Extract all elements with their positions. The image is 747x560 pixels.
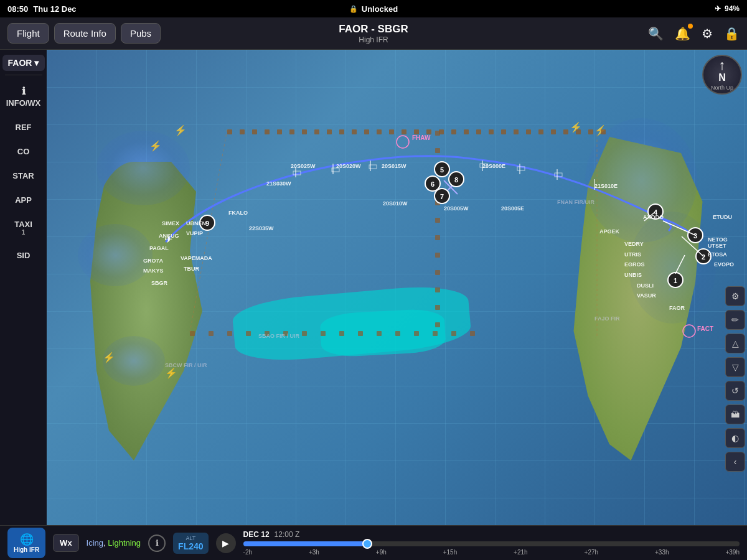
sidebar-item-infowx[interactable]: ℹ INFO/WX: [2, 79, 45, 114]
sidebar-item-taxi[interactable]: TAXI 1: [2, 213, 45, 242]
wx-button[interactable]: Wx: [53, 534, 79, 552]
compass-arrow: ↑: [719, 58, 726, 72]
nav-center: FAOR - SBGR High IFR: [339, 23, 408, 44]
settings-tool[interactable]: ⚙: [725, 286, 745, 306]
timeline-marker-2: +9h: [376, 549, 387, 556]
timeline-area: DEC 12 12:00 Z -2h +3h +9h +15h +21h +27…: [243, 530, 740, 556]
alt-label: ALT: [178, 535, 203, 541]
settings-icon[interactable]: ⚙: [702, 26, 713, 41]
airport-selector[interactable]: FAOR ▾: [2, 55, 45, 71]
info-icon: ℹ: [5, 85, 42, 97]
battery-level: 94%: [725, 4, 740, 13]
alert-icon[interactable]: 🔔: [675, 26, 690, 41]
ref-label: REF: [5, 123, 42, 132]
map-area[interactable]: ⚡ ⚡ ⚡ ⚡ ⚡ ⚡: [47, 50, 747, 525]
alt-value: FL240: [178, 541, 203, 551]
star-label: STAR: [5, 171, 42, 180]
lock-status: Unlocked: [362, 4, 398, 14]
globe-icon: 🌐: [20, 533, 34, 546]
search-icon[interactable]: 🔍: [648, 26, 664, 41]
timeline-marker-7: +39h: [725, 549, 740, 556]
flight-button[interactable]: Flight: [7, 23, 49, 44]
taxi-number: 1: [5, 229, 42, 236]
route-info-button[interactable]: Route Info: [54, 23, 116, 44]
rotate-tool[interactable]: ↺: [725, 381, 745, 401]
sidebar-item-co[interactable]: CO: [2, 141, 45, 162]
nav-bar: Flight Route Info Pubs FAOR - SBGR High …: [0, 17, 747, 50]
lightning-1: ⚡: [149, 140, 162, 152]
notification-dot: [688, 24, 693, 29]
right-tools: ⚙ ✏ △ ▽ ↺ 🏔 ◐ ‹: [723, 286, 747, 472]
taxi-label: TAXI: [5, 220, 42, 229]
terrain-tool[interactable]: 🏔: [725, 404, 745, 424]
triangle-up-tool[interactable]: △: [725, 334, 745, 353]
sidebar: FAOR ▾ ℹ INFO/WX REF CO STAR APP TAXI 1 …: [0, 50, 47, 525]
timeline-marker-4: +21h: [514, 549, 528, 556]
lock-nav-icon[interactable]: 🔒: [724, 26, 740, 41]
dropdown-icon: ▾: [34, 58, 39, 68]
altitude-box: ALT FL240: [173, 533, 208, 554]
lightning-text: Lightning: [108, 538, 141, 548]
timeline-thumb[interactable]: [362, 539, 372, 549]
sid-label: SID: [5, 251, 42, 260]
compass-label: North Up: [711, 85, 733, 91]
flight-level: High IFR: [339, 35, 408, 44]
status-time: 08:50: [7, 4, 28, 14]
compass[interactable]: ↑ N North Up: [702, 55, 742, 95]
wx-weather-text: Icing, Lightning: [87, 538, 141, 548]
timeline-date: DEC 12: [243, 530, 270, 539]
triangle-down-tool[interactable]: ▽: [725, 357, 745, 377]
timeline-marker-0: -2h: [243, 549, 252, 556]
weather-patch-2: [78, 224, 153, 286]
airplane-icon: ✈: [715, 4, 721, 13]
collapse-tool[interactable]: ‹: [725, 452, 745, 472]
sidebar-divider-1: [5, 75, 42, 75]
high-ifr-button[interactable]: 🌐 High IFR: [7, 528, 45, 558]
status-day: Thu 12 Dec: [33, 4, 76, 14]
timeline-marker-1: +3h: [309, 549, 319, 556]
lightning-4: ⚡: [165, 367, 177, 379]
timeline-time: 12:00 Z: [275, 530, 300, 539]
timeline-marker-5: +27h: [585, 549, 599, 556]
co-label: CO: [5, 147, 42, 156]
sidebar-item-app[interactable]: APP: [2, 189, 45, 211]
semicircle-tool[interactable]: ◐: [725, 428, 745, 448]
info-button[interactable]: ℹ: [148, 534, 166, 552]
play-button[interactable]: ▶: [216, 533, 236, 553]
lock-icon: 🔒: [349, 5, 358, 13]
lightning-3: ⚡: [103, 352, 115, 363]
airport-code: FAOR: [8, 58, 32, 68]
sidebar-item-ref[interactable]: REF: [2, 116, 45, 138]
pubs-button[interactable]: Pubs: [121, 23, 161, 44]
route-title: FAOR - SBGR: [339, 23, 408, 35]
pen-tool[interactable]: ✏: [725, 310, 745, 330]
bottom-bar: 🌐 High IFR Wx Icing, Lightning ℹ ALT FL2…: [0, 525, 747, 560]
high-ifr-label: High IFR: [14, 546, 39, 553]
weather-patch-1: [96, 131, 190, 205]
compass-north: N: [718, 72, 726, 83]
status-bar: 08:50 Thu 12 Dec 🔒 Unlocked ✈ 94%: [0, 0, 747, 17]
icing-text: Icing: [87, 538, 103, 548]
timeline-marker-3: +15h: [443, 549, 458, 556]
timeline-labels: -2h +3h +9h +15h +21h +27h +33h +39h: [243, 549, 740, 556]
lightning-5: ⚡: [174, 124, 187, 136]
timeline-fill: [243, 541, 367, 546]
lightning-2: ⚡: [570, 121, 582, 133]
sidebar-item-star[interactable]: STAR: [2, 165, 45, 187]
timeline-track[interactable]: [243, 541, 740, 546]
lightning-6: ⚡: [594, 124, 607, 136]
sidebar-item-sid[interactable]: SID: [2, 245, 45, 266]
sidebar-label-infowx: INFO/WX: [5, 98, 42, 108]
timeline-marker-6: +33h: [655, 549, 669, 556]
weather-patch-5: [629, 212, 716, 324]
app-label: APP: [5, 195, 42, 205]
